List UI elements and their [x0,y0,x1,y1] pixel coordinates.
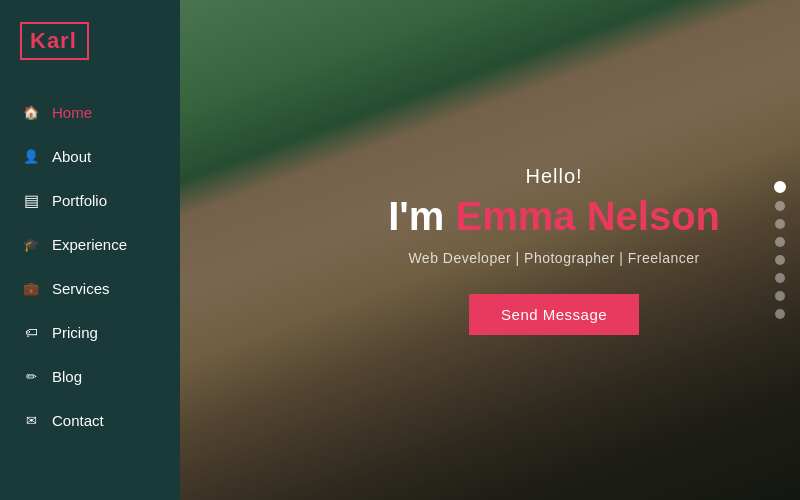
sidebar-item-contact-label: Contact [52,412,104,429]
sidebar-item-portfolio-label: Portfolio [52,192,107,209]
sidebar-item-about[interactable]: About [0,134,180,178]
sidebar-item-pricing-label: Pricing [52,324,98,341]
sidebar-item-home-label: Home [52,104,92,121]
sidebar-item-blog[interactable]: Blog [0,354,180,398]
logo-box: Karl [20,22,89,60]
sidebar-item-about-label: About [52,148,91,165]
tag-icon [22,323,40,341]
hero-tagline: Web Developer | Photographer | Freelance… [388,250,720,266]
layers-icon [22,191,40,209]
sidebar-item-services[interactable]: Services [0,266,180,310]
scroll-dot-5[interactable] [775,255,785,265]
hero-name-prefix: I'm [388,194,455,238]
hero-name: I'm Emma Nelson [388,194,720,238]
mail-icon [22,411,40,429]
hero-section: Hello! I'm Emma Nelson Web Developer | P… [180,0,800,500]
sidebar-item-contact[interactable]: Contact [0,398,180,442]
pencil-icon [22,367,40,385]
scroll-indicator [774,181,786,319]
hero-name-highlight: Emma Nelson [455,194,720,238]
send-message-button[interactable]: Send Message [469,294,639,335]
briefcase-icon [22,279,40,297]
hero-greeting: Hello! [388,165,720,188]
logo-text: Karl [30,28,77,53]
logo-area: Karl [0,0,180,80]
scroll-dot-7[interactable] [775,291,785,301]
main-nav: Home About Portfolio Experience Services… [0,90,180,442]
sidebar-item-experience[interactable]: Experience [0,222,180,266]
sidebar-item-home[interactable]: Home [0,90,180,134]
scroll-dot-1[interactable] [774,181,786,193]
sidebar-item-blog-label: Blog [52,368,82,385]
graduation-icon [22,235,40,253]
scroll-dot-2[interactable] [775,201,785,211]
sidebar: Karl Home About Portfolio Experience Ser… [0,0,180,500]
home-icon [22,103,40,121]
scroll-dot-6[interactable] [775,273,785,283]
scroll-dot-3[interactable] [775,219,785,229]
sidebar-item-portfolio[interactable]: Portfolio [0,178,180,222]
hero-content: Hello! I'm Emma Nelson Web Developer | P… [388,165,720,335]
scroll-dot-8[interactable] [775,309,785,319]
person-icon [22,147,40,165]
sidebar-item-services-label: Services [52,280,110,297]
scroll-dot-4[interactable] [775,237,785,247]
sidebar-item-experience-label: Experience [52,236,127,253]
sidebar-item-pricing[interactable]: Pricing [0,310,180,354]
